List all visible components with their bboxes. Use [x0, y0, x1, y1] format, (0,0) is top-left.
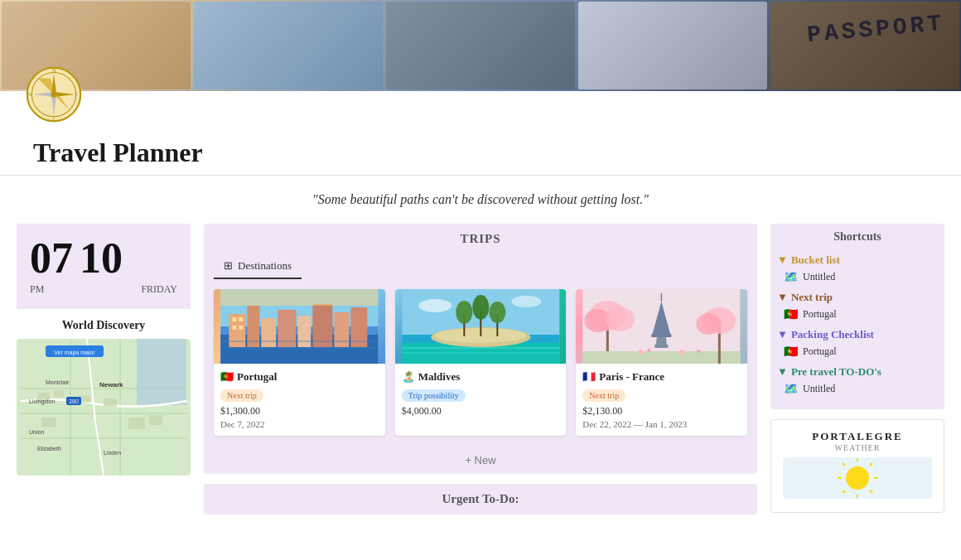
- svg-text:W: W: [28, 91, 33, 97]
- urgent-todo-title: Urgent To-Do:: [204, 484, 757, 514]
- urgent-todo-section: Urgent To-Do:: [204, 484, 757, 514]
- clock-day: FRIDAY: [141, 283, 177, 296]
- svg-point-85: [680, 350, 685, 355]
- center-panel: TRIPS ⊞ Destinations: [204, 224, 757, 514]
- weather-city: PORTALEGRE: [781, 430, 934, 443]
- shortcut-group-packing: ▼ Packing Checklist 🇵🇹 Portugal: [777, 328, 938, 360]
- trip-card-paris[interactable]: 🇫🇷 Paris - France Next trip $2,130.00 De…: [576, 289, 747, 436]
- shortcut-flag-pretodo: 🗺️: [784, 382, 798, 396]
- trip-badge-portugal: Next trip: [220, 389, 263, 402]
- main-content: 07 10 PM FRIDAY World Discovery: [0, 224, 961, 514]
- svg-text:Newark: Newark: [99, 381, 123, 389]
- svg-point-76: [606, 307, 635, 331]
- world-discovery-title: World Discovery: [17, 319, 191, 332]
- page-title-area: Travel Planner: [0, 124, 961, 176]
- quote-area: "Some beautiful paths can't be discovere…: [0, 176, 961, 224]
- svg-rect-52: [232, 326, 236, 330]
- trip-date-paris: Dec 22, 2022 — Jan 1, 2023: [582, 419, 741, 429]
- svg-rect-21: [137, 339, 186, 405]
- svg-rect-69: [402, 352, 559, 354]
- trip-card-maldives[interactable]: 🏝️ Maldives Trip possibility $4,000.00: [395, 289, 567, 436]
- svg-text:Montclair: Montclair: [46, 379, 70, 385]
- svg-rect-68: [402, 347, 559, 349]
- right-panel: Shortcuts ▼ Bucket list 🗺️ Untitled: [770, 224, 944, 514]
- svg-text:Livingston: Livingston: [29, 398, 56, 405]
- svg-rect-44: [261, 318, 276, 347]
- shortcut-item-bucket-untitled[interactable]: 🗺️ Untitled: [777, 268, 938, 286]
- trip-price-portugal: $1,300.00: [220, 405, 379, 418]
- flag-maldives: 🏝️: [402, 370, 415, 384]
- trip-card-portugal[interactable]: 🇵🇹 Portugal Next trip $1,300.00 Dec 7, 2…: [214, 289, 385, 436]
- left-panel: 07 10 PM FRIDAY World Discovery: [17, 224, 191, 514]
- trip-card-name-paris: 🇫🇷 Paris - France: [582, 370, 741, 384]
- svg-text:Linden: Linden: [104, 450, 121, 456]
- new-btn-row: + New: [204, 446, 757, 474]
- trip-card-name-portugal: 🇵🇹 Portugal: [220, 370, 379, 384]
- weather-label: WEATHER: [781, 443, 934, 452]
- shortcuts-body: ▼ Bucket list 🗺️ Untitled ▼ Next trip: [770, 250, 944, 409]
- shortcut-item-packing-portugal[interactable]: 🇵🇹 Portugal: [777, 343, 938, 360]
- trip-price-maldives: $4,000.00: [402, 405, 560, 418]
- weather-widget: PORTALEGRE WEATHER: [770, 419, 944, 513]
- shortcut-group-title-next[interactable]: ▼ Next trip: [777, 291, 938, 304]
- shortcut-group-title-bucket[interactable]: ▼ Bucket list: [777, 253, 938, 267]
- svg-rect-55: [220, 340, 378, 342]
- svg-point-70: [418, 299, 452, 312]
- trip-card-body-maldives: 🏝️ Maldives Trip possibility $4,000.00: [395, 364, 567, 426]
- trip-badge-paris: Next trip: [582, 389, 625, 402]
- maldives-illustration: [395, 289, 567, 364]
- svg-rect-23: [54, 390, 64, 397]
- svg-text:N: N: [52, 67, 56, 73]
- chevron-next: ▼: [777, 291, 788, 304]
- clock-hour: 07: [30, 237, 73, 280]
- paris-illustration: [576, 289, 747, 364]
- svg-text:S: S: [52, 116, 56, 122]
- shortcut-group-title-packing[interactable]: ▼ Packing Checklist: [777, 328, 938, 341]
- svg-rect-56: [220, 347, 378, 349]
- svg-point-67: [489, 302, 505, 323]
- svg-rect-46: [297, 316, 311, 347]
- shortcuts-title: Shortcuts: [770, 224, 944, 250]
- svg-rect-54: [220, 289, 378, 306]
- shortcut-group-next: ▼ Next trip 🇵🇹 Portugal: [777, 291, 938, 323]
- clock-widget: 07 10 PM FRIDAY: [17, 224, 191, 309]
- svg-point-86: [698, 350, 701, 353]
- svg-point-89: [697, 313, 722, 335]
- new-trip-button[interactable]: + New: [465, 454, 495, 466]
- shortcuts-widget: Shortcuts ▼ Bucket list 🗺️ Untitled: [770, 224, 944, 409]
- svg-rect-27: [128, 418, 145, 429]
- weather-illustration: [781, 457, 934, 499]
- shortcut-flag-next: 🇵🇹: [784, 307, 798, 321]
- quote-text: "Some beautiful paths can't be discovere…: [312, 192, 649, 206]
- svg-point-63: [456, 301, 472, 324]
- map-svg: Ver mapa maior Montclair Livingston Newa…: [17, 339, 191, 476]
- trip-card-img-maldives: [395, 289, 567, 364]
- svg-rect-24: [41, 418, 56, 427]
- flag-france: 🇫🇷: [582, 370, 596, 384]
- page-title: Travel Planner: [33, 138, 928, 168]
- map-placeholder: Ver mapa maior Montclair Livingston Newa…: [17, 339, 191, 476]
- trip-card-body-paris: 🇫🇷 Paris - France Next trip $2,130.00 De…: [576, 364, 747, 436]
- shortcut-group-bucket: ▼ Bucket list 🗺️ Untitled: [777, 253, 938, 286]
- destinations-tab[interactable]: ⊞ Destinations: [214, 254, 302, 279]
- svg-text:E: E: [75, 91, 78, 97]
- svg-rect-82: [583, 351, 741, 364]
- shortcut-group-title-pretodo[interactable]: ▼ Pre travel TO-DO's: [777, 365, 938, 379]
- flag-portugal: 🇵🇹: [220, 370, 234, 384]
- shortcut-item-next-portugal[interactable]: 🇵🇹 Portugal: [777, 306, 938, 323]
- destinations-tab-label: Destinations: [238, 259, 292, 273]
- svg-point-83: [639, 350, 644, 355]
- svg-point-84: [648, 349, 651, 352]
- svg-rect-79: [652, 334, 672, 337]
- shortcut-item-pretodo-untitled[interactable]: 🗺️ Untitled: [777, 380, 938, 398]
- logo-area: N S W E: [0, 58, 961, 124]
- svg-text:Elizabeth: Elizabeth: [37, 446, 61, 451]
- trip-card-img-portugal: [214, 289, 385, 364]
- chevron-pretodo: ▼: [777, 365, 788, 379]
- shortcut-flag-packing: 🇵🇹: [784, 345, 798, 359]
- clock-time: 07 10: [30, 237, 177, 280]
- grid-icon: ⊞: [224, 259, 233, 273]
- trip-price-paris: $2,130.00: [582, 405, 741, 418]
- shortcut-flag-bucket: 🗺️: [784, 270, 798, 284]
- trip-date-portugal: Dec 7, 2022: [220, 419, 379, 429]
